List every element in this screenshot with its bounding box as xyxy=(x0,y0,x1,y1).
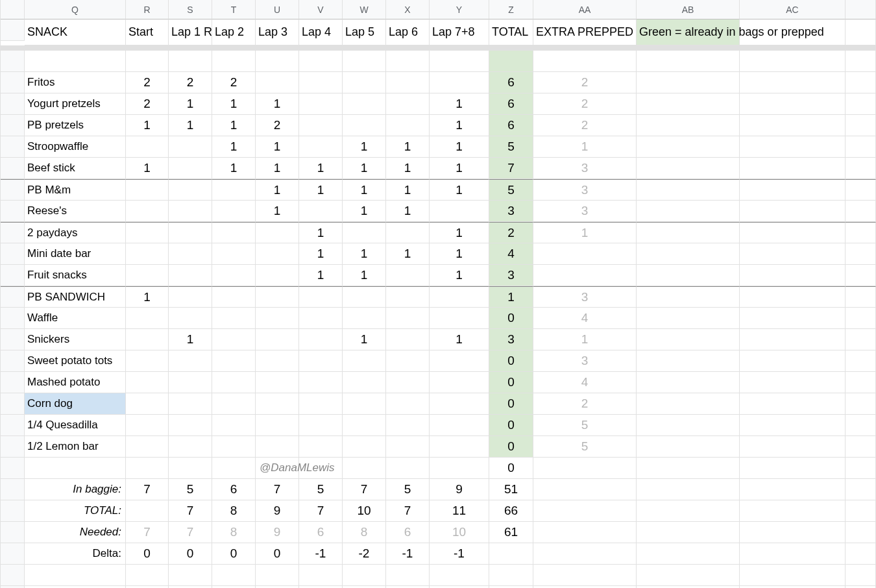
lap-value[interactable]: 1 xyxy=(169,93,212,115)
lap-value[interactable]: 1 xyxy=(343,329,386,350)
empty-cell[interactable] xyxy=(533,51,637,72)
col-header[interactable]: AA xyxy=(533,0,637,19)
row-header[interactable] xyxy=(1,115,25,136)
lap-value[interactable] xyxy=(169,222,212,243)
header-cell[interactable]: Lap 2 xyxy=(212,19,256,45)
lap-value[interactable] xyxy=(299,372,343,393)
snack-name[interactable]: Mini date bar xyxy=(25,243,126,265)
lap-value[interactable] xyxy=(169,436,212,458)
empty-cell[interactable] xyxy=(740,500,846,522)
total-value[interactable]: 6 xyxy=(489,72,533,93)
empty-cell[interactable] xyxy=(846,136,876,158)
legend-note[interactable]: Green = already in bags or prepped xyxy=(637,19,740,45)
lap-value[interactable] xyxy=(126,372,169,393)
lap-value[interactable] xyxy=(299,136,343,158)
empty-cell[interactable] xyxy=(637,201,740,222)
empty-cell[interactable] xyxy=(846,500,876,522)
empty-cell[interactable] xyxy=(740,436,846,458)
lap-value[interactable]: 1 xyxy=(430,115,489,136)
header-cell[interactable]: EXTRA PREPPED xyxy=(533,19,637,45)
footer-value[interactable]: 7 xyxy=(299,500,343,522)
empty-cell[interactable] xyxy=(430,458,489,479)
lap-value[interactable]: 1 xyxy=(256,93,299,115)
lap-value[interactable] xyxy=(256,265,299,286)
footer-value[interactable]: 7 xyxy=(386,500,430,522)
col-header[interactable]: AC xyxy=(740,0,846,19)
lap-value[interactable] xyxy=(386,436,430,458)
lap-value[interactable] xyxy=(212,393,256,415)
extra-value[interactable]: 2 xyxy=(533,93,637,115)
lap-value[interactable] xyxy=(169,308,212,329)
empty-cell[interactable] xyxy=(533,565,637,586)
empty-cell[interactable] xyxy=(846,72,876,93)
lap-value[interactable] xyxy=(169,372,212,393)
footer-value[interactable]: 10 xyxy=(430,522,489,543)
total-value[interactable]: 0 xyxy=(489,308,533,329)
footer-label[interactable]: Delta: xyxy=(25,543,126,565)
empty-cell[interactable] xyxy=(846,350,876,372)
snack-name[interactable]: Sweet potato tots xyxy=(25,350,126,372)
lap-value[interactable] xyxy=(299,393,343,415)
lap-value[interactable]: 1 xyxy=(386,201,430,222)
lap-value[interactable]: 1 xyxy=(169,329,212,350)
empty-cell[interactable] xyxy=(846,522,876,543)
empty-cell[interactable] xyxy=(637,222,740,243)
lap-value[interactable]: 2 xyxy=(126,72,169,93)
lap-value[interactable] xyxy=(386,286,430,308)
footer-value[interactable]: 6 xyxy=(386,522,430,543)
lap-value[interactable]: 1 xyxy=(430,265,489,286)
col-header[interactable]: AB xyxy=(637,0,740,19)
header-cell[interactable]: Start xyxy=(126,19,169,45)
empty-cell[interactable] xyxy=(489,565,533,586)
footer-value[interactable]: 11 xyxy=(430,500,489,522)
lap-value[interactable] xyxy=(386,415,430,436)
footer-value[interactable]: 7 xyxy=(126,522,169,543)
empty-cell[interactable] xyxy=(637,51,740,72)
footer-label[interactable]: Needed: xyxy=(25,522,126,543)
extra-value[interactable]: 2 xyxy=(533,115,637,136)
col-header[interactable]: Q xyxy=(25,0,126,19)
empty-cell[interactable] xyxy=(740,543,846,565)
footer-value[interactable]: 7 xyxy=(126,479,169,500)
empty-cell[interactable] xyxy=(740,372,846,393)
empty-cell[interactable] xyxy=(740,93,846,115)
footer-label[interactable]: In baggie: xyxy=(25,479,126,500)
lap-value[interactable] xyxy=(386,393,430,415)
row-header[interactable] xyxy=(1,93,25,115)
lap-value[interactable]: 1 xyxy=(212,93,256,115)
lap-value[interactable] xyxy=(299,115,343,136)
col-header[interactable] xyxy=(846,0,876,19)
lap-value[interactable] xyxy=(299,415,343,436)
empty-cell[interactable] xyxy=(637,372,740,393)
row-header[interactable] xyxy=(1,372,25,393)
lap-value[interactable] xyxy=(126,179,169,201)
lap-value[interactable]: 1 xyxy=(386,243,430,265)
empty-cell[interactable] xyxy=(637,158,740,179)
col-header[interactable]: V xyxy=(299,0,343,19)
lap-value[interactable] xyxy=(386,329,430,350)
empty-cell[interactable] xyxy=(846,329,876,350)
empty-cell[interactable] xyxy=(846,265,876,286)
lap-value[interactable] xyxy=(212,222,256,243)
header-cell[interactable]: TOTAL xyxy=(489,19,533,45)
extra-value[interactable]: 5 xyxy=(533,415,637,436)
lap-value[interactable] xyxy=(169,350,212,372)
annotation-row[interactable] xyxy=(25,458,126,479)
snack-name[interactable]: Yogurt pretzels xyxy=(25,93,126,115)
empty-cell[interactable] xyxy=(637,479,740,500)
sum-total[interactable]: 0 xyxy=(489,458,533,479)
snack-name[interactable]: Snickers xyxy=(25,329,126,350)
header-cell[interactable]: Lap 5 xyxy=(343,19,386,45)
empty-cell[interactable] xyxy=(637,243,740,265)
lap-value[interactable] xyxy=(212,415,256,436)
empty-cell[interactable] xyxy=(740,136,846,158)
footer-value[interactable]: 8 xyxy=(212,522,256,543)
empty-cell[interactable] xyxy=(637,329,740,350)
row-header[interactable] xyxy=(1,222,25,243)
empty-cell[interactable] xyxy=(846,372,876,393)
row-header[interactable] xyxy=(1,51,25,72)
extra-value[interactable]: 4 xyxy=(533,308,637,329)
row-header[interactable] xyxy=(1,19,25,41)
lap-value[interactable] xyxy=(256,308,299,329)
row-header[interactable] xyxy=(1,201,25,222)
